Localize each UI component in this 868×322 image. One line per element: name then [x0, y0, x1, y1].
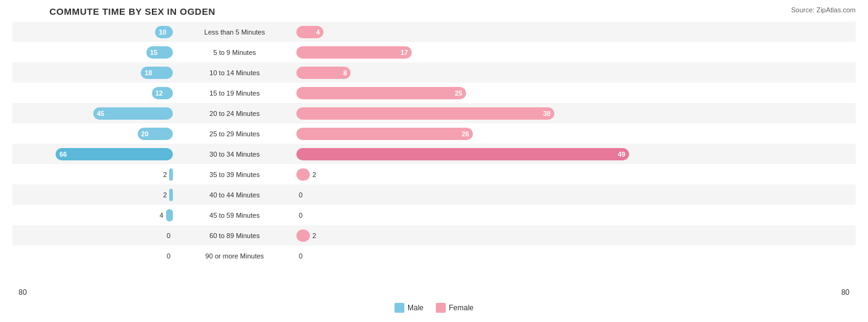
- legend-female-box: [436, 303, 446, 313]
- left-section: 66: [12, 144, 173, 164]
- chart-container: COMMUTE TIME BY SEX IN OGDEN Source: Zip…: [0, 0, 868, 322]
- left-section: 10: [12, 22, 173, 42]
- right-section: 0: [296, 205, 856, 225]
- right-section: 8: [296, 62, 856, 83]
- left-section: 18: [12, 62, 173, 83]
- legend-male: Male: [394, 303, 424, 313]
- male-value-inside: 15: [150, 49, 157, 56]
- male-value-inside: 18: [144, 69, 152, 76]
- row-label: 10 to 14 Minutes: [173, 69, 296, 76]
- male-value-inside: 45: [97, 110, 104, 117]
- right-section: 49: [296, 144, 856, 164]
- right-section: 26: [296, 123, 856, 144]
- male-bar: [166, 209, 173, 221]
- female-bar: 4: [296, 26, 323, 38]
- row-label: 90 or more Minutes: [173, 252, 296, 260]
- left-section: 20: [12, 123, 173, 144]
- male-value-inside: 12: [156, 89, 163, 97]
- right-section: 17: [296, 42, 856, 62]
- right-section: 2: [296, 164, 856, 184]
- male-value-inside: 20: [141, 130, 149, 138]
- chart-row: 0 60 to 89 Minutes 2: [12, 225, 856, 246]
- row-label: Less than 5 Minutes: [173, 28, 296, 36]
- male-bar: 18: [141, 67, 173, 79]
- chart-row: 15 5 to 9 Minutes 17: [12, 42, 856, 62]
- left-section: 15: [12, 42, 173, 62]
- female-value: 2: [312, 171, 316, 178]
- male-bar: 15: [146, 46, 173, 59]
- chart-row: 0 90 or more Minutes 0: [12, 246, 856, 266]
- chart-row: 45 20 to 24 Minutes 38: [12, 103, 856, 123]
- male-value: 2: [163, 171, 167, 178]
- male-value-inside: 10: [159, 28, 166, 36]
- female-bar: 8: [296, 67, 351, 79]
- source-label: Source: ZipAtlas.com: [791, 6, 856, 14]
- female-value: 0: [299, 191, 303, 199]
- row-label: 60 to 89 Minutes: [173, 232, 296, 239]
- female-bar: [296, 229, 310, 242]
- female-bar: 26: [296, 128, 473, 140]
- chart-row: 2 35 to 39 Minutes 2: [12, 164, 856, 184]
- right-section: 4: [296, 22, 856, 42]
- left-section: 4: [12, 205, 173, 225]
- axis-left-label: 80: [12, 288, 173, 300]
- right-section: 2: [296, 225, 856, 246]
- right-section: 38: [296, 103, 856, 123]
- female-value: 2: [312, 232, 316, 239]
- female-value-inside: 26: [462, 130, 469, 138]
- male-bar: 45: [93, 107, 173, 120]
- chart-row: 66 30 to 34 Minutes 49: [12, 144, 856, 164]
- row-label: 25 to 29 Minutes: [173, 130, 296, 138]
- male-value: 0: [167, 252, 170, 260]
- left-section: 12: [12, 83, 173, 103]
- axis-right-label: 80: [296, 288, 856, 300]
- row-label: 30 to 34 Minutes: [173, 151, 296, 158]
- female-value-inside: 4: [316, 28, 320, 36]
- male-value: 2: [163, 191, 167, 199]
- chart-row: 10 Less than 5 Minutes 4: [12, 22, 856, 42]
- left-section: 2: [12, 184, 173, 205]
- legend-male-box: [394, 303, 404, 313]
- female-value-inside: 38: [543, 110, 551, 117]
- female-value-inside: 17: [401, 49, 408, 56]
- female-value-inside: 8: [343, 69, 347, 76]
- legend-female-label: Female: [449, 303, 474, 312]
- left-section: 0: [12, 246, 173, 266]
- row-label: 35 to 39 Minutes: [173, 171, 296, 178]
- male-bar: 20: [138, 128, 173, 140]
- right-section: 25: [296, 83, 856, 103]
- left-section: 2: [12, 164, 173, 184]
- row-label: 15 to 19 Minutes: [173, 89, 296, 97]
- legend-female: Female: [436, 303, 474, 313]
- chart-row: 18 10 to 14 Minutes 8: [12, 62, 856, 83]
- chart-row: 12 15 to 19 Minutes 25: [12, 83, 856, 103]
- female-value-inside: 25: [455, 89, 462, 97]
- chart-row: 4 45 to 59 Minutes 0: [12, 205, 856, 225]
- row-label: 5 to 9 Minutes: [173, 49, 296, 56]
- legend: Male Female: [12, 303, 856, 313]
- row-label: 45 to 59 Minutes: [173, 212, 296, 219]
- male-bar: 12: [152, 87, 173, 99]
- male-value: 4: [159, 212, 163, 219]
- female-value-inside: 49: [618, 151, 625, 158]
- female-value: 0: [299, 212, 303, 219]
- axis-labels: 80 80: [12, 288, 856, 300]
- female-bar: 25: [296, 87, 466, 99]
- female-bar: 49: [296, 148, 629, 160]
- male-bar: 66: [56, 148, 173, 160]
- left-section: 45: [12, 103, 173, 123]
- chart-area: 10 Less than 5 Minutes 4 15 5 to 9 Minut…: [12, 22, 856, 287]
- female-bar: 17: [296, 46, 412, 59]
- chart-row: 20 25 to 29 Minutes 26: [12, 123, 856, 144]
- right-section: 0: [296, 184, 856, 205]
- chart-title: COMMUTE TIME BY SEX IN OGDEN: [12, 6, 856, 17]
- male-value: 0: [167, 232, 170, 239]
- legend-male-label: Male: [407, 303, 424, 312]
- male-value-inside: 66: [59, 151, 67, 158]
- right-section: 0: [296, 246, 856, 266]
- female-bar: 38: [296, 107, 554, 120]
- left-section: 0: [12, 225, 173, 246]
- chart-row: 2 40 to 44 Minutes 0: [12, 184, 856, 205]
- male-bar: 10: [155, 26, 173, 38]
- female-value: 0: [299, 252, 303, 260]
